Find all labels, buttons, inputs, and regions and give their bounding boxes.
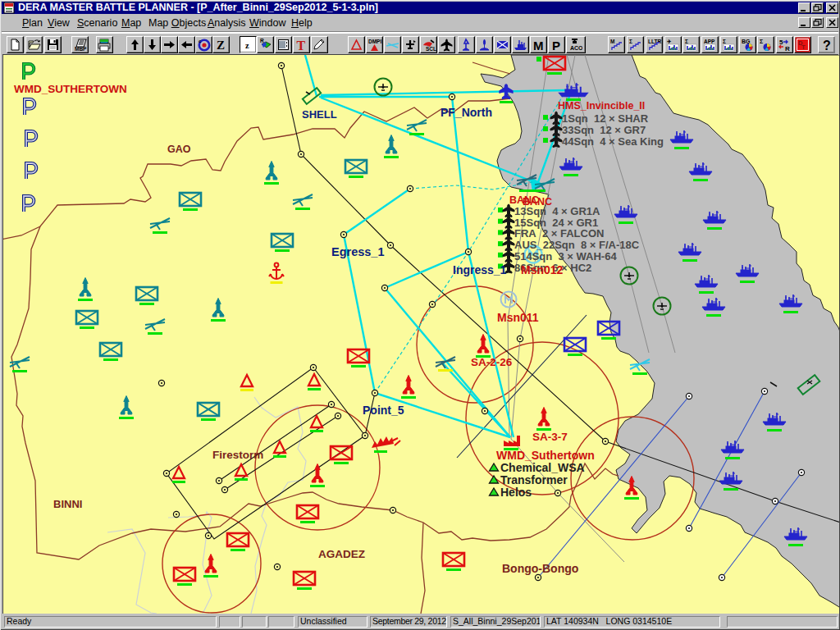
svg-text:DMPI: DMPI [368, 39, 381, 44]
svg-text:MBP: MBP [75, 46, 87, 52]
svg-text:Σ: Σ [760, 39, 763, 44]
svg-text:R: R [260, 38, 264, 43]
svg-text:SHELL: SHELL [302, 108, 337, 121]
svg-text:P: P [552, 39, 560, 52]
svg-text:Σ: Σ [723, 39, 726, 44]
svg-text:z: z [245, 41, 249, 50]
svg-text:Ingress_1: Ingress_1 [453, 263, 507, 276]
svg-text:LLTR: LLTR [648, 39, 661, 44]
svg-text:HMS_Invincible_II: HMS_Invincible_II [558, 100, 645, 112]
svg-text:T: T [801, 43, 806, 51]
svg-text:Point_5: Point_5 [363, 404, 404, 417]
svg-text:PF_North: PF_North [441, 106, 492, 119]
svg-text:Msn012: Msn012 [521, 263, 564, 276]
svg-text:✈: ✈ [667, 39, 672, 44]
svg-text:Σ: Σ [629, 39, 632, 44]
svg-text:Bongo-Bongo: Bongo-Bongo [502, 562, 578, 575]
svg-text:?: ? [823, 39, 831, 52]
svg-text:BINNI: BINNI [53, 498, 82, 510]
svg-text:Msn011: Msn011 [497, 311, 539, 324]
svg-text:5: 5 [779, 39, 783, 46]
svg-text:44Sqn 4 × Sea King: 44Sqn 4 × Sea King [562, 135, 664, 148]
svg-text:SCL: SCL [426, 46, 436, 52]
svg-text:Firestorm: Firestorm [212, 449, 263, 461]
svg-text:Egress_1: Egress_1 [331, 245, 385, 258]
svg-text:AGADEZ: AGADEZ [318, 548, 365, 560]
svg-text:Helos: Helos [500, 486, 532, 499]
svg-text:M: M [533, 39, 544, 52]
svg-text:T: T [297, 39, 306, 52]
svg-text:R: R [785, 45, 790, 52]
svg-text:M: M [610, 39, 614, 44]
svg-text:WMD_SUTHERTOWN: WMD_SUTHERTOWN [14, 83, 127, 95]
svg-text:Chemical_WSA: Chemical_WSA [500, 461, 585, 474]
svg-text:APP: APP [704, 39, 715, 44]
svg-text:ACO: ACO [570, 45, 582, 51]
svg-text:Σ: Σ [685, 39, 688, 44]
svg-text:33Sqn 12 × GR7: 33Sqn 12 × GR7 [562, 124, 646, 136]
svg-text:GAO: GAO [167, 144, 191, 155]
svg-text:BG: BG [742, 39, 751, 44]
svg-text:SA-2-26: SA-2-26 [471, 356, 513, 368]
svg-text:SA-3-7: SA-3-7 [532, 431, 568, 443]
svg-text:1Sqn 12 × SHAR: 1Sqn 12 × SHAR [562, 112, 649, 125]
svg-text:Transformer: Transformer [500, 473, 568, 486]
svg-text:WMD_Suthertown: WMD_Suthertown [496, 449, 595, 462]
svg-text:Z: Z [217, 39, 225, 52]
